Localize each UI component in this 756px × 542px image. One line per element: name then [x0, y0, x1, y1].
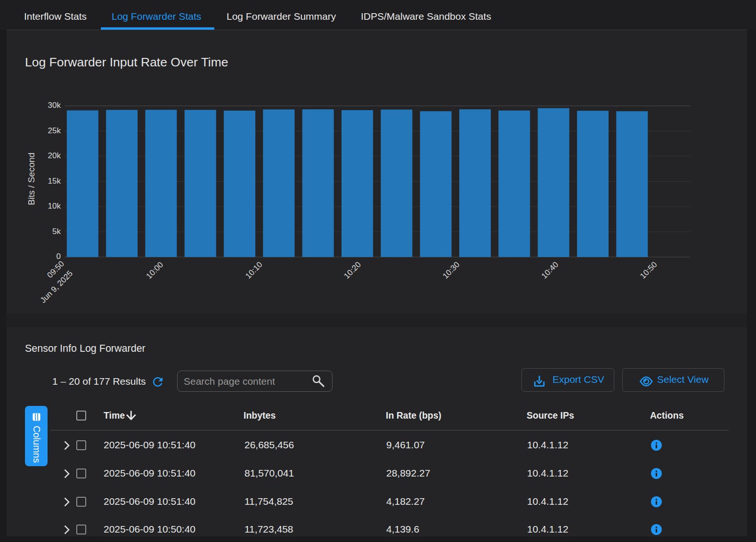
svg-text:0: 0: [57, 252, 61, 261]
svg-text:Bits / Second: Bits / Second: [26, 153, 36, 205]
svg-text:10:10: 10:10: [244, 260, 264, 281]
svg-text:10:30: 10:30: [441, 260, 462, 281]
svg-text:10k: 10k: [48, 202, 61, 210]
svg-text:25k: 25k: [48, 126, 61, 135]
svg-text:30k: 30k: [48, 101, 61, 110]
svg-text:15k: 15k: [48, 177, 61, 186]
svg-text:10:50: 10:50: [638, 260, 659, 281]
svg-text:5k: 5k: [52, 227, 61, 236]
svg-text:10:40: 10:40: [540, 260, 561, 281]
svg-text:10:00: 10:00: [145, 260, 165, 281]
svg-text:20k: 20k: [48, 151, 61, 160]
svg-text:10:20: 10:20: [342, 260, 363, 281]
